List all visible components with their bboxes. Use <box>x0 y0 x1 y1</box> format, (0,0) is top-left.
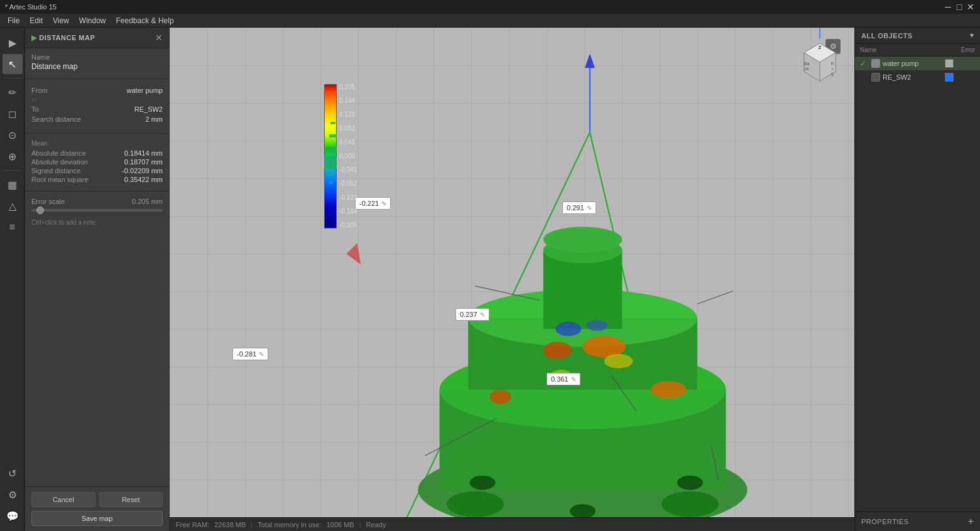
reset-button[interactable]: Reset <box>99 492 163 507</box>
history-button[interactable]: ↺ <box>3 463 23 483</box>
slider-thumb[interactable] <box>36 206 44 214</box>
annotation-5[interactable]: 0.361 ✎ <box>547 373 580 385</box>
separator-3 <box>25 191 169 191</box>
all-objects-title: ALL OBJECTS <box>861 32 913 40</box>
scale-3: 0.082 <box>339 126 357 132</box>
chat-button[interactable]: 💬 <box>3 506 23 526</box>
abs-distance-value: 0.18414 mm <box>124 149 163 157</box>
annotation-2-edit-icon[interactable]: ✎ <box>587 205 592 212</box>
from-row: From water pump <box>31 87 163 94</box>
annotation-3[interactable]: 0.237 ✎ <box>455 308 489 321</box>
objects-menu-icon[interactable]: ▾ <box>970 31 974 40</box>
cancel-button[interactable]: Cancel <box>31 492 95 507</box>
object-color-water-pump <box>945 59 954 68</box>
scale-6: -0.041 <box>339 167 357 173</box>
error-scale-label-text: Error scale <box>31 198 65 205</box>
from-label: From <box>31 87 48 94</box>
scale-7: -0.082 <box>339 181 357 187</box>
properties-header: PROPERTIES + <box>861 516 974 527</box>
window-controls: ─ □ ✕ <box>944 3 975 11</box>
scale-1: 0.164 <box>339 98 357 104</box>
menu-view[interactable]: View <box>48 15 74 26</box>
annotation-3-value: 0.237 <box>460 311 477 318</box>
viewport[interactable]: 0.205 0.164 0.123 0.082 0.041 0.000 -0.0… <box>170 28 854 531</box>
objects-table: Name Error ✓ water pump ✓ RE_SW2 <box>855 44 980 84</box>
signed-distance-row: Signed distance -0.02209 mm <box>31 167 163 174</box>
histogram-chart <box>324 84 337 228</box>
target-button[interactable]: ⊕ <box>3 146 23 166</box>
object-name-water-pump: water pump <box>883 60 942 67</box>
btn-row-1: Cancel Reset <box>31 492 163 507</box>
annotation-1-edit-icon[interactable]: ✎ <box>381 200 386 207</box>
annotation-4[interactable]: -0.281 ✎ <box>232 348 268 360</box>
to-value: RE_SW2 <box>134 105 163 113</box>
triangle-button[interactable]: △ <box>3 196 23 216</box>
svg-line-50 <box>697 291 733 304</box>
search-distance-row: Search distance 2 mm <box>31 115 163 123</box>
object-row-re-sw2[interactable]: ✓ RE_SW2 <box>855 70 980 84</box>
svg-marker-22 <box>347 243 361 264</box>
objects-panel-header: ALL OBJECTS ▾ <box>855 28 980 44</box>
annotation-3-edit-icon[interactable]: ✎ <box>480 311 485 318</box>
panel-title: DISTANCE MAP <box>39 34 95 41</box>
svg-point-46 <box>470 476 496 490</box>
statusbar: Free RAM: 22638 MB | Total memory in use… <box>170 517 854 531</box>
cursor-button[interactable]: ↖ <box>3 54 23 74</box>
abs-distance-row: Absolute distance 0.18414 mm <box>31 149 163 157</box>
properties-add-button[interactable]: + <box>968 516 974 527</box>
menu-edit[interactable]: Edit <box>24 15 48 26</box>
play-button[interactable]: ▶ <box>3 33 23 53</box>
object-row-water-pump[interactable]: ✓ water pump <box>855 56 980 70</box>
eraser-button[interactable]: ◻ <box>3 104 23 124</box>
layers-button[interactable]: ≡ <box>3 217 23 237</box>
annotation-1[interactable]: -0.221 ✎ <box>355 197 391 210</box>
panel-header: ▶ DISTANCE MAP ✕ <box>25 28 169 48</box>
scale-5: 0.000 <box>339 153 357 159</box>
name-col-header: Name <box>860 46 877 53</box>
menu-feedback[interactable]: Feedback & Help <box>111 15 179 26</box>
menu-window[interactable]: Window <box>74 15 111 26</box>
object-icon-re-sw2 <box>871 73 880 82</box>
lasso-button[interactable]: ⊙ <box>3 125 23 145</box>
name-section: Name Distance map <box>25 48 169 76</box>
annotation-5-edit-icon[interactable]: ✎ <box>571 376 576 383</box>
error-col-header: Error <box>961 46 975 53</box>
menubar: File Edit View Window Feedback & Help <box>0 14 980 28</box>
annotation-2[interactable]: 0.291 ✎ <box>562 201 596 214</box>
minimize-button[interactable]: ─ <box>944 3 952 11</box>
grid-button[interactable]: ▦ <box>3 174 23 195</box>
svg-point-48 <box>570 504 596 518</box>
error-scale-row: Error scale 0.205 mm <box>31 198 163 205</box>
maximize-button[interactable]: □ <box>955 3 964 11</box>
titlebar: * Artec Studio 15 ─ □ ✕ <box>0 0 980 14</box>
color-scale-labels: 0.205 0.164 0.123 0.082 0.041 0.000 -0.0… <box>339 84 357 228</box>
error-scale-slider[interactable] <box>31 209 163 212</box>
properties-section: PROPERTIES + <box>855 512 980 531</box>
svg-point-44 <box>604 354 633 368</box>
left-panel: ▶ DISTANCE MAP ✕ Name Distance map From … <box>25 28 170 531</box>
object-icon-water-pump <box>871 59 880 68</box>
separator-1 <box>25 78 169 79</box>
svg-point-41 <box>489 390 511 404</box>
object-check-re-sw2: ✓ <box>860 73 869 82</box>
annotation-4-edit-icon[interactable]: ✎ <box>259 351 264 358</box>
stats-section: Mean: Absolute distance 0.18414 mm Absol… <box>25 136 169 188</box>
from-value: water pump <box>127 87 163 94</box>
svg-point-42 <box>555 322 581 336</box>
menu-file[interactable]: File <box>3 15 24 26</box>
scale-9: -0.164 <box>339 208 357 215</box>
to-row: To RE_SW2 <box>31 105 163 113</box>
annotation-2-value: 0.291 <box>567 204 584 212</box>
svg-rect-1 <box>329 134 337 137</box>
properties-title: PROPERTIES <box>861 518 909 525</box>
save-map-button[interactable]: Save map <box>31 511 163 526</box>
hint-text: Ctrl+click to add a note. <box>25 215 169 230</box>
svg-point-34 <box>447 491 504 517</box>
settings-button[interactable]: ⚙ <box>3 485 23 505</box>
panel-close-button[interactable]: ✕ <box>155 33 163 43</box>
pen-button[interactable]: ✏ <box>3 82 23 102</box>
panel-run-icon: ▶ <box>31 33 37 42</box>
close-button[interactable]: ✕ <box>966 3 975 11</box>
name-label: Name <box>31 53 163 61</box>
app-title-area: * Artec Studio 15 <box>5 3 57 11</box>
